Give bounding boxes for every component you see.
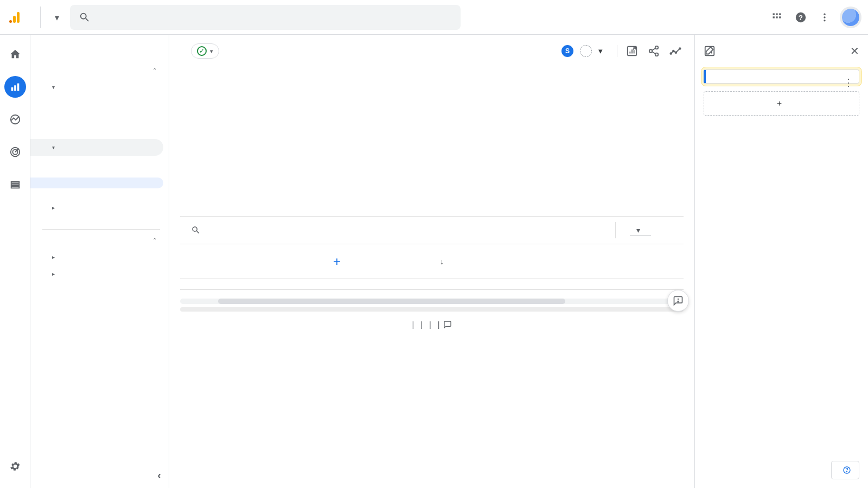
sidebar-demographics[interactable]: ▸: [30, 249, 169, 265]
sidebar-tech[interactable]: ▸: [30, 265, 169, 282]
divider: [42, 229, 160, 230]
sidebar-acq-traffic[interactable]: [30, 128, 169, 139]
explore-button[interactable]: [831, 461, 859, 479]
rail-admin[interactable]: [4, 455, 26, 477]
sidebar-eng-conversions[interactable]: [30, 178, 163, 188]
sidebar-engagement[interactable]: ▾: [30, 139, 163, 156]
close-icon[interactable]: ✕: [850, 45, 859, 58]
header-actions: ?: [760, 9, 859, 26]
feedback-bubble[interactable]: [667, 290, 689, 312]
content-area: ✓ ▾ S ▾: [169, 35, 694, 488]
segment-1-icon[interactable]: S: [561, 45, 573, 57]
svg-rect-6: [773, 16, 775, 18]
svg-rect-0: [17, 12, 20, 23]
date-range[interactable]: ▾: [598, 46, 603, 56]
add-dimension-icon[interactable]: +: [333, 254, 346, 269]
sidebar-monetisation[interactable]: ▸: [30, 199, 169, 216]
caret-down-icon: ▾: [55, 12, 59, 23]
help-circle-icon: [843, 466, 851, 474]
sidebar-retention[interactable]: [30, 216, 169, 227]
sidebar-collapse[interactable]: ‹: [157, 469, 161, 481]
search-icon: [191, 225, 201, 235]
svg-point-32: [678, 301, 679, 302]
search-bar[interactable]: [70, 5, 461, 30]
apps-icon[interactable]: [770, 11, 783, 24]
comparison-card[interactable]: ⋮: [704, 69, 859, 84]
svg-point-12: [824, 16, 825, 18]
chart-edit-icon: [704, 45, 716, 57]
svg-point-2: [9, 20, 12, 23]
help-icon[interactable]: ?: [794, 11, 807, 24]
sidebar-acq-user-first[interactable]: [30, 106, 169, 117]
sidebar-acq-overview[interactable]: [30, 96, 169, 106]
svg-rect-22: [11, 187, 19, 188]
svg-point-25: [649, 49, 653, 53]
share-icon[interactable]: [648, 45, 660, 57]
sidebar-eng-pages[interactable]: [30, 188, 169, 199]
svg-point-11: [824, 13, 825, 15]
analytics-logo-icon: [9, 11, 22, 24]
svg-rect-16: [17, 84, 19, 91]
caret-down-icon: ▾: [52, 144, 55, 150]
segment-add-icon[interactable]: [580, 45, 592, 57]
app-header: ▾ ?: [0, 0, 868, 35]
sidebar-reports-snapshot[interactable]: [30, 40, 169, 51]
svg-rect-1: [13, 16, 16, 23]
sidebar-lifecycle[interactable]: ⌃: [30, 62, 169, 79]
horizontal-scrollbar[interactable]: [180, 299, 684, 304]
edit-comparisons-panel: ✕ ⋮ ＋: [694, 35, 868, 488]
svg-rect-20: [11, 182, 19, 183]
svg-point-26: [655, 53, 659, 56]
rail-configure[interactable]: [4, 174, 26, 195]
data-table: + ↓: [180, 244, 684, 290]
scroll-track: [180, 307, 684, 312]
status-dropdown[interactable]: ✓ ▾: [191, 43, 219, 59]
footer: | | | |: [169, 312, 694, 338]
rows-per-page-select[interactable]: ▾: [630, 225, 651, 236]
rail-reports[interactable]: [4, 76, 26, 98]
svg-point-30: [679, 48, 681, 49]
more-vert-icon[interactable]: ⋮: [844, 77, 853, 88]
sidebar-acquisition[interactable]: ▾: [30, 79, 169, 96]
divider: [615, 222, 616, 238]
rail-explore[interactable]: [4, 109, 26, 130]
plus-icon: ＋: [775, 98, 783, 109]
footer-feedback[interactable]: [443, 320, 455, 329]
svg-point-28: [673, 50, 674, 52]
svg-rect-8: [779, 16, 781, 18]
property-selector[interactable]: ▾: [52, 11, 59, 23]
caret-right-icon: ▸: [52, 205, 55, 211]
add-comparison-button[interactable]: ＋: [704, 91, 859, 116]
table-totals: [180, 278, 684, 290]
svg-rect-15: [14, 85, 16, 91]
search-input[interactable]: [98, 12, 452, 23]
nav-rail: [0, 35, 30, 488]
sidebar-user[interactable]: ⌃: [30, 232, 169, 249]
th-event-name[interactable]: +: [213, 254, 354, 269]
sidebar-eng-events[interactable]: [30, 167, 169, 178]
table-header: + ↓: [180, 244, 684, 278]
customize-icon[interactable]: [626, 45, 638, 57]
rail-advertising[interactable]: [4, 141, 26, 163]
sidebar-realtime[interactable]: [30, 51, 169, 62]
svg-text:?: ?: [799, 13, 803, 21]
caret-down-icon: ▾: [210, 48, 213, 55]
sidebar-acq-user[interactable]: [30, 117, 169, 128]
more-vert-icon[interactable]: [818, 11, 831, 24]
insights-icon[interactable]: [669, 45, 681, 57]
svg-rect-14: [11, 87, 13, 91]
logo[interactable]: [9, 7, 41, 28]
caret-down-icon: ▾: [52, 84, 55, 90]
sidebar-eng-overview[interactable]: [30, 156, 169, 167]
rail-home[interactable]: [4, 43, 26, 65]
content-header: ✓ ▾ S ▾: [169, 35, 694, 64]
svg-point-27: [670, 53, 672, 54]
table-controls: ▾: [180, 216, 684, 244]
avatar[interactable]: [842, 9, 859, 26]
th-conversions[interactable]: ↓: [354, 257, 451, 266]
svg-rect-7: [776, 16, 777, 18]
sidebar: ⌃ ▾ ▾ ▸ ⌃ ▸ ▸ ‹: [30, 35, 169, 488]
caret-right-icon: ▸: [52, 271, 55, 277]
svg-rect-21: [11, 184, 19, 186]
table-search-input[interactable]: [206, 225, 303, 235]
